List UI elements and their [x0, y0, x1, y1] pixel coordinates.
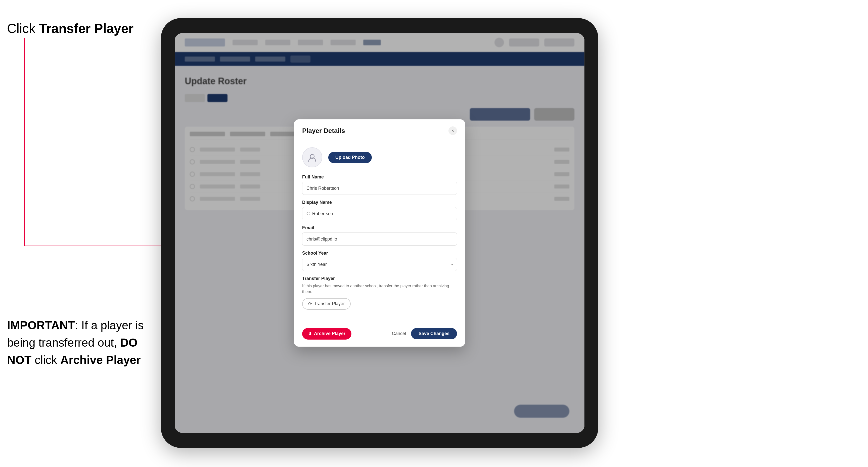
photo-placeholder — [302, 147, 322, 167]
full-name-input[interactable] — [302, 182, 457, 195]
transfer-player-button[interactable]: ⟳ Transfer Player — [302, 298, 351, 310]
upload-photo-button[interactable]: Upload Photo — [328, 152, 372, 163]
full-name-label: Full Name — [302, 175, 457, 180]
school-year-group: School Year First Year Second Year Third… — [302, 251, 457, 271]
upload-photo-label: Upload Photo — [335, 155, 365, 160]
transfer-player-section: Transfer Player If this player has moved… — [302, 276, 457, 310]
modal-title: Player Details — [302, 127, 345, 135]
footer-right-actions: Cancel Save Changes — [392, 328, 457, 339]
user-icon — [307, 152, 317, 162]
transfer-icon: ⟳ — [308, 301, 312, 307]
save-changes-label: Save Changes — [418, 331, 450, 336]
app-background: Update Roster — [175, 33, 584, 433]
display-name-input[interactable] — [302, 207, 457, 220]
instruction-important: IMPORTANT — [7, 319, 75, 332]
modal-close-button[interactable]: × — [448, 126, 457, 135]
cancel-button[interactable]: Cancel — [392, 331, 406, 336]
transfer-section-title: Transfer Player — [302, 276, 457, 281]
modal-footer: ⬇ Archive Player Cancel Save Changes — [294, 323, 465, 347]
display-name-label: Display Name — [302, 200, 457, 205]
school-year-select[interactable]: First Year Second Year Third Year Fourth… — [302, 258, 457, 271]
modal-overlay: Player Details × — [175, 33, 584, 433]
email-group: Email — [302, 225, 457, 246]
archive-player-button[interactable]: ⬇ Archive Player — [302, 328, 351, 340]
instruction-bottom: IMPORTANT: If a player is being transfer… — [7, 317, 153, 369]
modal-header: Player Details × — [294, 119, 465, 140]
modal-body: Upload Photo Full Name Display Name — [294, 140, 465, 323]
instruction-bold: Transfer Player — [39, 21, 133, 36]
tablet-device: Update Roster — [161, 18, 598, 448]
instruction-archive: Archive Player — [60, 353, 141, 367]
instruction-rest2: click — [31, 353, 60, 367]
photo-upload-row: Upload Photo — [302, 147, 457, 167]
player-details-modal: Player Details × — [294, 119, 465, 347]
email-input[interactable] — [302, 232, 457, 246]
annotation-vertical-line — [24, 38, 25, 246]
tablet-screen: Update Roster — [175, 33, 584, 433]
close-icon: × — [452, 128, 454, 133]
instruction-top: Click Transfer Player — [7, 20, 133, 37]
cancel-label: Cancel — [392, 331, 406, 336]
email-label: Email — [302, 225, 457, 230]
school-year-select-wrapper: First Year Second Year Third Year Fourth… — [302, 258, 457, 271]
transfer-section-description: If this player has moved to another scho… — [302, 283, 457, 294]
instruction-prefix: Click — [7, 21, 39, 36]
save-changes-button[interactable]: Save Changes — [411, 328, 457, 339]
display-name-group: Display Name — [302, 200, 457, 220]
school-year-label: School Year — [302, 251, 457, 256]
full-name-group: Full Name — [302, 175, 457, 195]
archive-player-label: Archive Player — [314, 331, 345, 336]
archive-icon: ⬇ — [308, 331, 312, 337]
transfer-player-label: Transfer Player — [314, 301, 345, 306]
